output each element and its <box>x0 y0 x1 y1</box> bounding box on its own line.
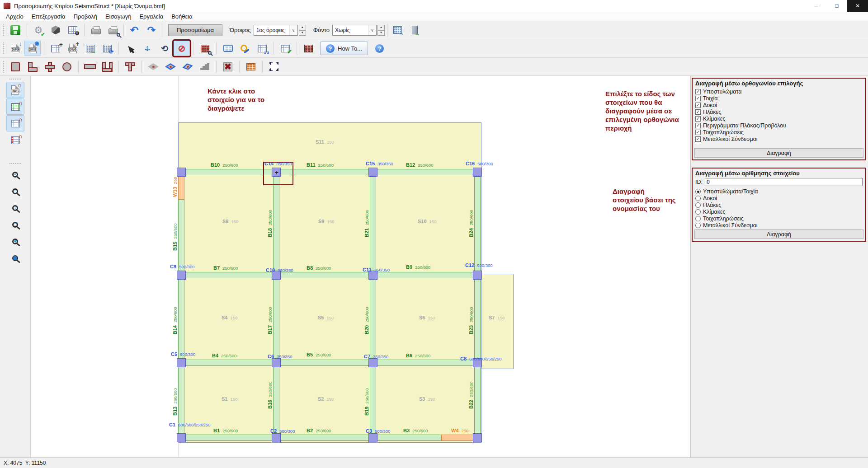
column-C5[interactable] <box>177 358 186 367</box>
beam-B16[interactable] <box>273 366 279 435</box>
beam-B7[interactable] <box>184 272 273 278</box>
selection-area-button[interactable] <box>266 59 282 75</box>
building-refresh-button[interactable]: ⟳ <box>99 41 115 56</box>
toolbar-grip[interactable] <box>3 24 5 36</box>
beam-B1[interactable] <box>184 435 273 441</box>
inclined-slab-button[interactable] <box>179 59 196 75</box>
slab-outline-button[interactable] <box>162 59 179 75</box>
spinner-down-button[interactable]: ▼ <box>299 30 306 36</box>
column-C9[interactable] <box>177 271 186 280</box>
menu-Εργαλεία[interactable]: Εργαλεία <box>135 12 167 21</box>
menu-Βοήθεια[interactable]: Βοήθεια <box>167 12 197 21</box>
beam-B19[interactable] <box>370 366 376 435</box>
beam-B14[interactable] <box>178 278 184 360</box>
find-element-button[interactable] <box>197 41 213 56</box>
grid-move-button[interactable]: + <box>47 41 64 56</box>
save-button[interactable] <box>7 23 24 38</box>
print-preview-button[interactable] <box>105 23 121 38</box>
column-C12[interactable] <box>473 271 482 280</box>
beam-B12[interactable] <box>376 169 474 175</box>
help-button[interactable]: ? <box>372 41 388 56</box>
spinner-up-button[interactable]: ▲ <box>299 25 306 30</box>
delete-section-button[interactable]: ✖ <box>220 59 236 75</box>
settings-button[interactable]: ⚙✔ <box>30 23 47 38</box>
snap-grid-button[interactable]: ∩ <box>6 115 24 131</box>
column[interactable] <box>473 433 482 442</box>
redo-button[interactable]: ↷ <box>143 23 160 38</box>
section-circular-button[interactable] <box>59 59 75 75</box>
beam-B9[interactable] <box>376 272 474 278</box>
checkbox-6[interactable]: ✓Περιγράμματα Πλάκας/Προβόλου <box>695 122 863 129</box>
beam-B18[interactable] <box>273 177 279 272</box>
beam-B3[interactable] <box>376 435 441 441</box>
beam-B5[interactable] <box>279 360 370 366</box>
beam-B23[interactable] <box>474 278 481 360</box>
dwg-move-button[interactable]: DWG+ <box>65 41 81 56</box>
checkbox-7[interactable]: ✓Τοιχοπληρώσεις <box>695 129 863 136</box>
beam-T-section-button[interactable] <box>122 59 138 75</box>
undo-button[interactable]: ↶ <box>126 23 142 38</box>
zoom-selection-button[interactable]: ▦ <box>6 250 24 266</box>
radio-4[interactable]: Κλίμακες <box>695 208 863 215</box>
snap-grid-lines-button[interactable]: ∩ <box>6 98 24 115</box>
zoom-out-button[interactable]: − <box>6 183 24 199</box>
delete-rectangle-button[interactable]: Διαγραφή <box>694 148 863 158</box>
building-export-button[interactable]: → <box>82 41 98 56</box>
beam-B10[interactable] <box>184 169 273 175</box>
checkbox-3[interactable]: ✓Δοκοί <box>695 102 863 108</box>
zoom-in-button[interactable]: + <box>6 166 24 183</box>
view-3d-button[interactable] <box>47 23 64 38</box>
beam-B20[interactable] <box>370 278 376 360</box>
radio-5[interactable]: Τοιχοπληρώσεις <box>695 215 863 222</box>
checkbox-5[interactable]: ✓Κλίμακες <box>695 115 863 122</box>
menu-Προβολή[interactable]: Προβολή <box>70 12 101 21</box>
grid-numbering-button[interactable]: 1 3 <box>254 41 270 56</box>
close-button[interactable]: ✕ <box>847 0 868 12</box>
zoom-previous-button[interactable]: ∗ <box>6 233 24 249</box>
move-element-button[interactable]: ↔↕ <box>139 41 156 56</box>
section-U-button[interactable] <box>99 59 115 75</box>
model-button[interactable]: Προσομοίωμα <box>168 24 222 36</box>
wall-W4[interactable] <box>441 435 474 441</box>
radio-2[interactable]: Δοκοί <box>695 195 863 201</box>
zoom-extents-button[interactable]: ↕ <box>6 200 24 216</box>
building-view-button[interactable]: → <box>390 23 406 38</box>
beam-B24[interactable] <box>474 177 481 272</box>
snap-points-button[interactable]: ∩ <box>6 132 24 148</box>
beam-B6[interactable] <box>376 360 474 366</box>
zoom-window-button[interactable]: □ <box>6 216 24 233</box>
grid-settings-button[interactable]: ⚙ <box>65 23 81 38</box>
checkbox-1[interactable]: ✓Υποστυλώματα <box>695 88 863 95</box>
section-cross-button[interactable] <box>42 59 58 75</box>
key-tool-button[interactable] <box>237 41 253 56</box>
how-to-button[interactable]: ? How To... <box>320 42 368 55</box>
floor-select[interactable]: 1ος όροφος ∨ <box>254 25 298 36</box>
exit-button[interactable]: → <box>407 23 423 38</box>
beam-B4[interactable] <box>184 360 273 366</box>
select-element-button[interactable] <box>122 41 138 56</box>
menu-Εισαγωγή[interactable]: Εισαγωγή <box>101 12 135 21</box>
radio-1[interactable]: Υποστυλώματα/Τοιχία <box>695 188 863 195</box>
checkbox-2[interactable]: ✓Τοιχία <box>695 95 863 102</box>
infill-wall-button[interactable] <box>243 59 259 75</box>
checkbox-8[interactable]: ✓Μεταλλικοί Σύνδεσμοι <box>695 136 863 142</box>
toolbar-grip[interactable] <box>9 163 21 164</box>
dwg-view-button[interactable]: DWG◉ <box>24 41 41 56</box>
maximize-button[interactable]: □ <box>826 0 847 12</box>
toolbar-grip[interactable] <box>3 42 5 54</box>
balcony-slab-S7[interactable] <box>481 274 514 369</box>
toolbar-grip[interactable] <box>9 79 21 80</box>
snap-dwg-button[interactable]: DWG∩ <box>6 82 24 98</box>
menu-Αρχείο[interactable]: Αρχείο <box>2 12 28 21</box>
menu-Επεξεργασία[interactable]: Επεξεργασία <box>28 12 70 21</box>
beam-B22[interactable] <box>474 366 481 435</box>
column-C6[interactable] <box>272 358 281 367</box>
column[interactable] <box>177 168 186 177</box>
radio-3[interactable]: Πλάκες <box>695 201 863 208</box>
slab-button[interactable] <box>145 59 161 75</box>
grid-check-button[interactable]: ✔ <box>277 41 293 56</box>
delete-element-button[interactable]: ⊘ <box>174 41 190 56</box>
column-C3[interactable] <box>368 433 377 442</box>
id-input[interactable] <box>705 178 863 186</box>
infill-bricks-button[interactable] <box>300 41 316 56</box>
